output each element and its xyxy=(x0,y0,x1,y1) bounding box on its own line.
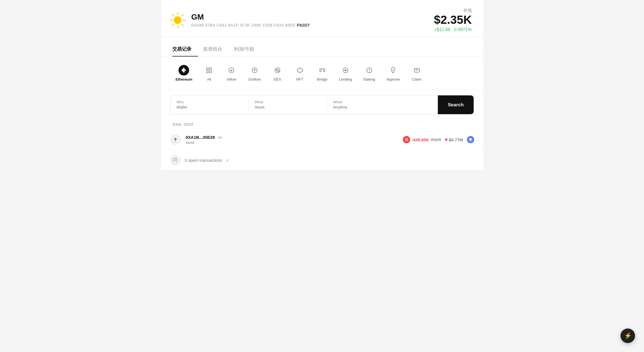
flag-icon xyxy=(173,158,178,163)
dex-icon-wrap xyxy=(272,65,283,76)
search-who-field: Who xyxy=(170,95,249,114)
svg-point-43 xyxy=(406,139,407,140)
wallet-address: 0X846 57B4 C641 9A1F 3C3F 2480 155B F033… xyxy=(191,23,310,27)
when-input[interactable] xyxy=(333,105,431,109)
rndr-token-icon xyxy=(403,136,410,143)
change-separator: · xyxy=(452,27,454,32)
tab-transactions[interactable]: 交易记录 xyxy=(172,42,198,56)
search-bar: Who What When Search xyxy=(170,95,474,114)
cat-bridge[interactable]: Bridge xyxy=(311,63,333,84)
svg-point-25 xyxy=(278,71,279,71)
tab-bar: 交易记录 投资组合 利润/亏损 xyxy=(161,42,483,57)
search-button[interactable]: Search xyxy=(438,95,474,114)
claim-icon xyxy=(413,67,420,74)
svg-line-8 xyxy=(182,24,183,26)
what-label: What xyxy=(255,100,320,104)
lending-icon-wrap xyxy=(340,65,351,76)
cat-inflow[interactable]: Inflow xyxy=(220,63,243,84)
cat-bridge-label: Bridge xyxy=(317,77,328,81)
all-icon xyxy=(206,67,212,74)
address-body: 57B4 C641 9A1F 3C3F 2480 155B F033 46EE xyxy=(204,23,297,27)
cat-claim[interactable]: Claim xyxy=(406,63,428,84)
send-arrow-icon xyxy=(173,137,178,142)
svg-marker-26 xyxy=(297,68,302,73)
tx-amount: -645.65K xyxy=(412,137,429,142)
tx-usd: $4.77M xyxy=(445,137,463,142)
sun-icon xyxy=(169,11,186,29)
search-what-field: What xyxy=(248,95,327,114)
cat-ethereum[interactable]: Ethereum xyxy=(170,63,198,84)
portfolio-change: +$11.66 · 0.4971% xyxy=(434,27,472,32)
change-pct: 0.4971% xyxy=(454,27,472,32)
tx-token: -645.65K RNDR xyxy=(403,136,441,143)
svg-line-9 xyxy=(182,15,183,16)
cat-approve-label: Approve xyxy=(386,77,400,81)
cat-all-label: All xyxy=(207,77,211,81)
svg-point-23 xyxy=(275,68,280,73)
tx-usd-value: $4.77M xyxy=(449,137,463,142)
cat-nft-label: NFT xyxy=(296,77,303,81)
address-prefix: 0X846 xyxy=(191,23,204,27)
spam-flag-icon xyxy=(170,155,181,165)
value-label: 价值 xyxy=(434,8,472,13)
header: GM 0X846 57B4 C641 9A1F 3C3F 2480 155B F… xyxy=(161,0,483,37)
cat-staking[interactable]: Staking xyxy=(358,63,381,84)
when-label: When xyxy=(333,100,431,104)
eth-chain-icon xyxy=(468,137,473,142)
bridge-icon-wrap xyxy=(317,65,328,76)
nft-icon xyxy=(297,67,303,74)
usd-dot xyxy=(445,139,447,141)
staking-icon-wrap xyxy=(364,65,375,76)
eth-icon-wrap xyxy=(178,65,189,76)
inflow-icon xyxy=(228,67,235,74)
svg-line-7 xyxy=(172,15,173,16)
wallet-name: GM xyxy=(191,13,310,22)
lending-icon xyxy=(342,67,349,74)
svg-marker-45 xyxy=(469,138,471,140)
staking-icon xyxy=(366,67,373,74)
cat-inflow-label: Inflow xyxy=(227,77,236,81)
approve-icon-wrap xyxy=(388,65,398,76)
svg-rect-37 xyxy=(414,68,419,72)
eth-icon xyxy=(181,67,187,73)
cat-dex[interactable]: DEX xyxy=(266,63,289,84)
portfolio-value: $2.35K xyxy=(434,13,472,27)
cat-lending-label: Lending xyxy=(339,77,352,81)
svg-rect-17 xyxy=(206,71,208,73)
category-bar: Ethereum All In xyxy=(161,57,483,90)
table-row: 0XA1B...35E28 · 8h Send -645.65K RNDR xyxy=(161,129,483,150)
cat-outflow[interactable]: Outflow xyxy=(243,63,266,84)
tx-token-name: RNDR xyxy=(431,138,441,142)
cat-all[interactable]: All xyxy=(198,63,220,84)
svg-marker-44 xyxy=(471,138,472,140)
outflow-icon xyxy=(251,67,258,74)
svg-rect-18 xyxy=(210,71,211,73)
cat-dex-label: DEX xyxy=(274,77,281,81)
tx-hash: 0XA1B...35E28 xyxy=(186,135,215,140)
dex-icon xyxy=(274,67,281,74)
cat-approve[interactable]: Approve xyxy=(381,63,405,84)
section-date: June, 2024 xyxy=(161,119,483,129)
svg-rect-15 xyxy=(206,68,208,70)
tx-direction-icon xyxy=(170,134,181,145)
approve-icon xyxy=(390,67,396,74)
what-input[interactable] xyxy=(255,105,320,109)
outflow-icon-wrap xyxy=(249,65,260,76)
fab-button[interactable]: ⚡ xyxy=(621,328,635,343)
who-input[interactable] xyxy=(177,105,242,109)
cat-outflow-label: Outflow xyxy=(248,77,260,81)
cat-lending[interactable]: Lending xyxy=(333,63,358,84)
cat-ethereum-label: Ethereum xyxy=(176,77,192,81)
tab-portfolio[interactable]: 投资组合 xyxy=(203,42,229,56)
spam-row[interactable]: 3 spam transactions ∨ xyxy=(161,150,483,170)
tab-pnl[interactable]: 利润/亏损 xyxy=(234,42,261,56)
bridge-icon xyxy=(319,67,326,74)
svg-point-2 xyxy=(175,17,181,23)
cat-nft[interactable]: NFT xyxy=(289,63,311,84)
who-label: Who xyxy=(177,100,242,104)
tx-chain-icon xyxy=(467,136,474,143)
spam-label: 3 spam transactions xyxy=(185,158,222,163)
nft-icon-wrap xyxy=(295,65,305,76)
svg-point-24 xyxy=(276,69,277,70)
header-left: GM 0X846 57B4 C641 9A1F 3C3F 2480 155B F… xyxy=(169,11,310,29)
